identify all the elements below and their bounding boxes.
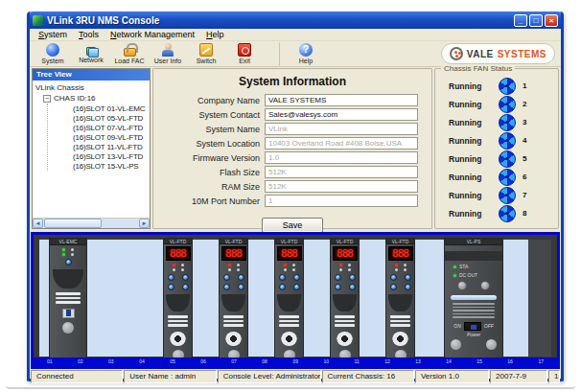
field-input[interactable]: [265, 94, 418, 106]
menu-item[interactable]: System: [34, 30, 72, 39]
fan-status-label: Running: [443, 154, 499, 164]
fan-status-label: Running: [443, 136, 499, 146]
form-field: System Name: [159, 123, 426, 135]
window-title: VLink 3RU NMS Console: [47, 15, 514, 26]
toolbar-button-label: User Info: [154, 58, 181, 64]
tree-expander-icon[interactable]: −: [43, 95, 51, 103]
menu-item[interactable]: Tools: [74, 30, 104, 39]
led-label: DC OUT: [459, 272, 477, 278]
module-grille: [335, 315, 354, 327]
chassis-module-ftd[interactable]: VL-FTD 888: [163, 238, 193, 361]
chassis-slot-number: 06: [200, 357, 206, 366]
statusbar-segment: Connected: [31, 370, 123, 383]
field-label: RAM Size: [159, 182, 265, 192]
title-bar[interactable]: VLink 3RU NMS Console _ □ ×: [30, 12, 561, 29]
module-bnc-connector: [281, 332, 297, 346]
field-input[interactable]: [265, 166, 418, 178]
chassis-right-filler: [528, 240, 551, 357]
chassis-slot-number: 13: [415, 357, 421, 366]
tree-slot-item[interactable]: (16)SLOT 05-VL-FTD: [73, 113, 150, 123]
toolbar-button[interactable]: Load FAC: [110, 42, 149, 66]
power-label: Power: [467, 332, 480, 337]
tree-slot-item[interactable]: (16)SLOT 15-VL-PS: [73, 161, 150, 171]
chassis-module-ps[interactable]: VL-PS STA DC OUT ON OFF Power: [444, 238, 503, 361]
power-switch[interactable]: [464, 322, 481, 331]
chassis-slot-number: 16: [507, 357, 513, 366]
field-label: System Location: [159, 139, 265, 149]
chassis-module-emc[interactable]: VL-EMC: [49, 238, 87, 361]
module-led-indicators: [173, 264, 184, 271]
chassis-slot-number: 01: [47, 357, 53, 366]
fan-status-row: Running 8: [443, 204, 550, 222]
chassis-module-ftd[interactable]: VL-FTD 888: [274, 238, 304, 361]
network-icon: [86, 47, 96, 56]
toolbar-button[interactable]: Help: [279, 42, 325, 66]
statusbar-segment: Version 1.0: [415, 370, 489, 383]
tree-root-item[interactable]: VLink Chassis: [35, 82, 150, 93]
field-input[interactable]: [265, 123, 418, 135]
field-input[interactable]: [265, 108, 418, 121]
module-label: VL-FTD: [164, 239, 192, 244]
module-label: VL-FTD: [331, 239, 359, 244]
fan-number: 6: [523, 173, 526, 181]
menu-item[interactable]: Network Management: [105, 30, 199, 39]
menu-item[interactable]: Help: [201, 30, 229, 39]
field-input[interactable]: [265, 195, 418, 207]
logo-suffix-text: SYSTEMS: [498, 49, 546, 59]
toolbar-button-label: Network: [79, 57, 104, 63]
scrollbar-track[interactable]: [43, 219, 139, 228]
toolbar-button-label: System: [41, 58, 63, 64]
toolbar-button[interactable]: Network: [72, 42, 110, 66]
scroll-left-icon[interactable]: ◄: [33, 219, 43, 228]
module-connector: [182, 284, 189, 290]
chassis-slot-number: 12: [384, 357, 390, 366]
field-input[interactable]: [265, 137, 418, 150]
module-label: VL-PS: [445, 239, 502, 245]
tree-view-panel: Tree View VLink Chassis − CHAS ID:16 (16…: [32, 68, 151, 229]
module-connector: [223, 284, 230, 290]
module-connector: [182, 274, 189, 281]
module-connector: [349, 274, 356, 281]
tree-horizontal-scrollbar[interactable]: ◄ ►: [33, 218, 150, 228]
tree-chassis-item[interactable]: − CHAS ID:16: [35, 93, 150, 104]
tree-slot-item[interactable]: (16)SLOT 09-VL-FTD: [73, 132, 150, 142]
module-band: [445, 251, 502, 261]
toolbar-button[interactable]: Exit: [225, 42, 264, 66]
minimize-button[interactable]: _: [514, 14, 527, 27]
field-label: System Contact: [159, 110, 265, 120]
slot-number-strip: 01 02 03 04 05 06 07 08 09 10 11 12 13 1…: [34, 357, 557, 366]
chassis-module-ftd[interactable]: VL-FTD 888: [385, 238, 415, 361]
tree-slot-item[interactable]: (16)SLOT 13-VL-FTD: [73, 151, 150, 161]
toolbar-button[interactable]: Switch: [187, 42, 225, 66]
chassis-module-ftd[interactable]: VL-FTD 888: [219, 238, 248, 361]
toolbar-button[interactable]: System: [34, 42, 72, 66]
fan-status-label: Running: [443, 173, 499, 182]
statusbar-segment: 16:54: [548, 370, 560, 383]
chassis-module-ftd[interactable]: VL-FTD 888: [330, 238, 360, 361]
statusbar-segment: 2007-7-9: [490, 370, 547, 383]
maximize-button[interactable]: □: [529, 14, 543, 27]
form-field: 10M Port Number: [159, 195, 426, 207]
form-field: System Location: [159, 137, 426, 150]
scrollbar-thumb[interactable]: [44, 219, 102, 228]
tree-slot-item[interactable]: (16)SLOT 07-VL-FTD: [73, 123, 150, 132]
tree-slot-item[interactable]: (16)SLOT 11-VL-FTD: [73, 142, 150, 151]
toolbar-button[interactable]: User Info: [149, 42, 187, 66]
module-connector: [238, 274, 244, 281]
field-label: Company Name: [159, 96, 265, 105]
save-button[interactable]: Save: [262, 218, 323, 233]
module-bnc-connector: [170, 332, 186, 346]
fan-status-label: Running: [443, 118, 499, 127]
field-input[interactable]: [265, 151, 418, 164]
scroll-right-icon[interactable]: ►: [139, 219, 150, 228]
tree-slot-item[interactable]: (16)SLOT 01-VL-EMC: [73, 104, 150, 113]
ps-vent-grille: [453, 303, 494, 318]
module-connector: [293, 284, 300, 290]
seven-segment-display: 888: [277, 246, 302, 261]
field-input[interactable]: [265, 180, 418, 193]
module-handle: [388, 294, 412, 311]
close-button[interactable]: ×: [545, 14, 558, 27]
page-frame-line: [6, 385, 575, 389]
menu-bar: System Tools Network Management Help: [30, 29, 561, 41]
field-label: Flash Size: [159, 168, 265, 177]
